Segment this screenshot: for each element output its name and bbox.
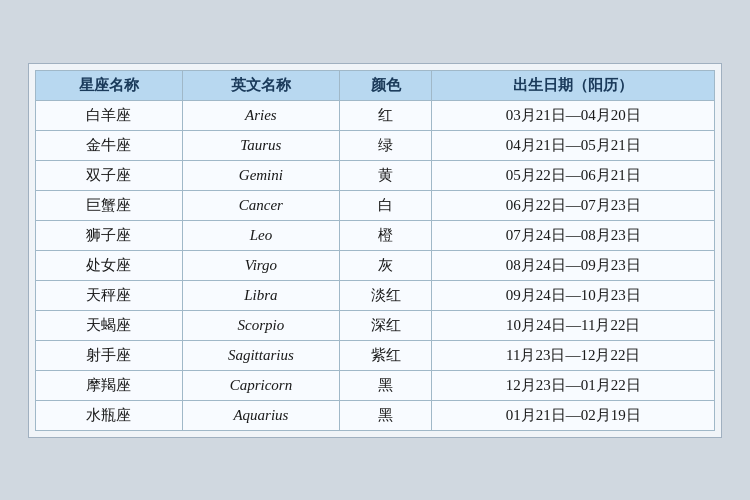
- cell-en-name: Aquarius: [182, 400, 339, 430]
- cell-en-name: Leo: [182, 220, 339, 250]
- cell-zh-name: 天秤座: [36, 280, 183, 310]
- table-row: 天秤座Libra淡红09月24日—10月23日: [36, 280, 715, 310]
- cell-color: 红: [340, 100, 432, 130]
- table-header-row: 星座名称 英文名称 颜色 出生日期（阳历）: [36, 70, 715, 100]
- cell-dates: 03月21日—04月20日: [432, 100, 715, 130]
- table-row: 狮子座Leo橙07月24日—08月23日: [36, 220, 715, 250]
- cell-zh-name: 摩羯座: [36, 370, 183, 400]
- header-en-name: 英文名称: [182, 70, 339, 100]
- table-row: 巨蟹座Cancer白06月22日—07月23日: [36, 190, 715, 220]
- cell-dates: 06月22日—07月23日: [432, 190, 715, 220]
- table-row: 天蝎座Scorpio深红10月24日—11月22日: [36, 310, 715, 340]
- cell-dates: 05月22日—06月21日: [432, 160, 715, 190]
- cell-dates: 12月23日—01月22日: [432, 370, 715, 400]
- table-row: 双子座Gemini黄05月22日—06月21日: [36, 160, 715, 190]
- cell-color: 黄: [340, 160, 432, 190]
- header-zh-name: 星座名称: [36, 70, 183, 100]
- cell-en-name: Virgo: [182, 250, 339, 280]
- cell-color: 淡红: [340, 280, 432, 310]
- cell-color: 橙: [340, 220, 432, 250]
- cell-zh-name: 巨蟹座: [36, 190, 183, 220]
- cell-en-name: Capricorn: [182, 370, 339, 400]
- table-row: 白羊座Aries红03月21日—04月20日: [36, 100, 715, 130]
- header-color: 颜色: [340, 70, 432, 100]
- cell-dates: 04月21日—05月21日: [432, 130, 715, 160]
- cell-zh-name: 双子座: [36, 160, 183, 190]
- zodiac-table-container: 星座名称 英文名称 颜色 出生日期（阳历） 白羊座Aries红03月21日—04…: [28, 63, 722, 438]
- cell-zh-name: 处女座: [36, 250, 183, 280]
- cell-color: 白: [340, 190, 432, 220]
- cell-color: 紫红: [340, 340, 432, 370]
- cell-en-name: Aries: [182, 100, 339, 130]
- cell-en-name: Libra: [182, 280, 339, 310]
- cell-dates: 07月24日—08月23日: [432, 220, 715, 250]
- cell-en-name: Gemini: [182, 160, 339, 190]
- cell-dates: 11月23日—12月22日: [432, 340, 715, 370]
- table-row: 射手座Sagittarius紫红11月23日—12月22日: [36, 340, 715, 370]
- cell-color: 灰: [340, 250, 432, 280]
- table-row: 水瓶座Aquarius黑01月21日—02月19日: [36, 400, 715, 430]
- cell-en-name: Cancer: [182, 190, 339, 220]
- cell-zh-name: 狮子座: [36, 220, 183, 250]
- zodiac-table: 星座名称 英文名称 颜色 出生日期（阳历） 白羊座Aries红03月21日—04…: [35, 70, 715, 431]
- cell-en-name: Taurus: [182, 130, 339, 160]
- cell-color: 黑: [340, 370, 432, 400]
- cell-zh-name: 天蝎座: [36, 310, 183, 340]
- cell-dates: 10月24日—11月22日: [432, 310, 715, 340]
- table-body: 白羊座Aries红03月21日—04月20日金牛座Taurus绿04月21日—0…: [36, 100, 715, 430]
- cell-zh-name: 白羊座: [36, 100, 183, 130]
- cell-color: 深红: [340, 310, 432, 340]
- cell-color: 黑: [340, 400, 432, 430]
- cell-dates: 09月24日—10月23日: [432, 280, 715, 310]
- cell-dates: 08月24日—09月23日: [432, 250, 715, 280]
- table-row: 摩羯座Capricorn黑12月23日—01月22日: [36, 370, 715, 400]
- table-row: 处女座Virgo灰08月24日—09月23日: [36, 250, 715, 280]
- header-dates: 出生日期（阳历）: [432, 70, 715, 100]
- cell-en-name: Sagittarius: [182, 340, 339, 370]
- cell-color: 绿: [340, 130, 432, 160]
- cell-zh-name: 水瓶座: [36, 400, 183, 430]
- cell-en-name: Scorpio: [182, 310, 339, 340]
- cell-zh-name: 金牛座: [36, 130, 183, 160]
- cell-zh-name: 射手座: [36, 340, 183, 370]
- cell-dates: 01月21日—02月19日: [432, 400, 715, 430]
- table-row: 金牛座Taurus绿04月21日—05月21日: [36, 130, 715, 160]
